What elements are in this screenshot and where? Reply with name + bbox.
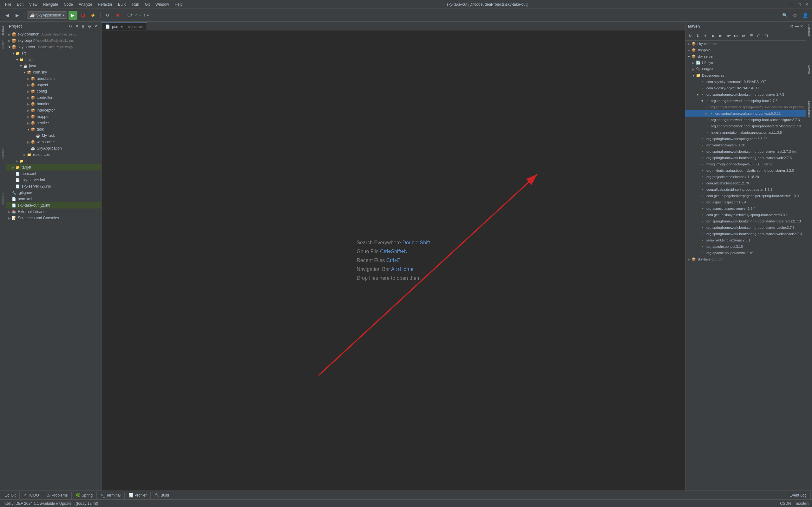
sidebar-item-database[interactable]: Database — [806, 24, 812, 37]
git-up-icon[interactable]: ↑ — [143, 13, 145, 17]
maximize-button[interactable]: □ — [797, 2, 802, 7]
maven-dep-mysql[interactable]: ▪ mysql:mysql-connector-java:8.0.30 runt… — [686, 161, 806, 167]
project-hide-button[interactable]: ✕ — [93, 23, 99, 29]
user-button[interactable]: 👤 — [801, 11, 809, 20]
tree-item-aspect[interactable]: ▶ 📦 aspect — [6, 82, 101, 88]
bottom-tab-spring[interactable]: 🌿 Spring — [72, 492, 97, 499]
maven-dep-test[interactable]: ▪ org.springframework.boot:spring-boot-s… — [686, 148, 806, 155]
maven-dep-spring-context[interactable]: ▶ ▪ org.springframework:spring-context:5… — [686, 110, 806, 117]
update-button[interactable]: ↻ — [103, 11, 112, 20]
event-log-tab[interactable]: Event Log — [786, 492, 811, 499]
maven-dep-druid[interactable]: ▪ com.alibaba:druid-spring-boot-starter:… — [686, 186, 806, 193]
menu-run[interactable]: Run — [130, 2, 142, 7]
tree-item-mytask[interactable]: ☕ MyTask — [6, 132, 101, 139]
tree-item-ext-libraries[interactable]: ▶ 📚 External Libraries — [6, 209, 101, 215]
tree-item-sky-pojo[interactable]: ▶ 📦 sky-pojo D:\code\IdeaProjects\sky-po… — [6, 38, 101, 44]
git-undo-icon[interactable]: ↩ — [147, 13, 150, 17]
project-sort-button[interactable]: ⇅ — [80, 23, 86, 29]
menu-window[interactable]: Window — [153, 2, 171, 7]
maven-m2-button[interactable]: m+ — [725, 32, 732, 39]
maven-dep-knife4j[interactable]: ▪ com.github.xiaoymin:knife4j-spring-boo… — [686, 212, 806, 218]
maven-item-sky-take-out[interactable]: ▶ 📦 sky-take-out root — [686, 256, 806, 262]
tree-item-config[interactable]: ▶ 📦 config — [6, 88, 101, 95]
profile-button[interactable]: ⚡ — [89, 11, 98, 20]
maven-item-sky-pojo[interactable]: ▶ 📦 sky-pojo — [686, 47, 806, 53]
maven-dep-spring-core[interactable]: ▪ org.springframework:spring-core:5.3.22 — [686, 135, 806, 142]
search-everywhere-button[interactable]: 🔍 — [780, 11, 789, 20]
maven-collapse-button[interactable]: — — [795, 24, 799, 29]
tree-item-service[interactable]: ▶ 📦 service — [6, 120, 101, 126]
maven-dep-spring-boot-starter[interactable]: ▼ ▪ org.springframework.boot:spring-boot… — [686, 91, 806, 98]
tree-item-handler[interactable]: ▶ 📦 handler — [6, 101, 101, 107]
menu-build[interactable]: Build — [115, 2, 129, 7]
menu-git[interactable]: Git — [142, 2, 152, 7]
bottom-tab-terminal[interactable]: >_ Terminal — [97, 492, 125, 499]
tree-item-sky-common[interactable]: ▶ 📦 sky-common D:\code\IdeaProjects\sk..… — [6, 31, 101, 38]
sidebar-item-codeglance[interactable]: CodeGlance — [806, 103, 812, 115]
tree-item-java[interactable]: ▼ ☕ java — [6, 63, 101, 69]
sidebar-item-favorites[interactable]: Favorites — [0, 193, 6, 205]
maven-hide-button[interactable]: ✕ — [800, 24, 803, 29]
tree-item-src[interactable]: ▼ 📁 src — [6, 50, 101, 56]
menu-refactor[interactable]: Refactor — [96, 2, 115, 7]
maven-diagram-button[interactable]: ⬡ — [755, 32, 762, 39]
maven-item-dependencies[interactable]: ▼ 📁 Dependencies — [686, 72, 806, 78]
run-config-selector[interactable]: ☕ SkyApplication ▾ — [27, 11, 67, 19]
maven-dep-aspectjweaver[interactable]: ▪ org.aspectj:aspectjweaver:1.9.4 — [686, 205, 806, 212]
maven-dep-fastjson[interactable]: ▪ com.alibaba:fastjson:1.2.76 — [686, 180, 806, 186]
sidebar-item-structure[interactable]: Structure — [0, 147, 6, 160]
project-sync-button[interactable]: ↻ — [67, 23, 73, 29]
menu-edit[interactable]: Edit — [14, 2, 26, 7]
menu-help[interactable]: Help — [172, 2, 185, 7]
bottom-tab-git[interactable]: ⎇ Git — [1, 492, 20, 499]
maven-dep-cache[interactable]: ▪ org.springframework.boot:spring-boot-s… — [686, 224, 806, 231]
maven-list-button[interactable]: ☰ — [748, 32, 755, 39]
bottom-tab-problems[interactable]: ⚠ Problems — [43, 492, 72, 499]
maven-dep-aspectjrt[interactable]: ▪ org.aspectj:aspectjrt:1.9.4 — [686, 199, 806, 205]
maven-toggle-button[interactable]: ⇌ — [740, 32, 747, 39]
menu-analyze[interactable]: Analyze — [76, 2, 95, 7]
maven-item-sky-server[interactable]: ▼ 📦 sky-server — [686, 53, 806, 60]
maven-dep-sky-common[interactable]: ▪ com.sky:sky-common:1.0-SNAPSHOT — [686, 78, 806, 85]
tree-item-iml-root[interactable]: 📄 sky-take-out (2).iml — [6, 202, 101, 209]
maven-dep-pagehelper[interactable]: ▪ com.github.pagehelper:pagehelper-sprin… — [686, 193, 806, 199]
maven-add-button[interactable]: + — [702, 32, 709, 39]
bottom-tab-todo[interactable]: ✓ TODO — [20, 492, 43, 499]
tree-item-test[interactable]: ▶ 📁 test — [6, 158, 101, 164]
maven-dep-logging[interactable]: ▪ org.springframework.boot:spring-boot-s… — [686, 123, 806, 129]
tree-item-mapper[interactable]: ▶ 📦 mapper — [6, 113, 101, 120]
menu-code[interactable]: Code — [61, 2, 75, 7]
maven-item-sky-common[interactable]: ▶ 📦 sky-common — [686, 41, 806, 47]
tree-item-target[interactable]: ▶ 📂 target — [6, 164, 101, 170]
close-button[interactable]: ✕ — [804, 2, 809, 7]
tree-item-iml-server2[interactable]: 📄 sky-server (2).iml — [6, 183, 101, 189]
tree-item-skyapplication[interactable]: ☕ SkyApplication — [6, 145, 101, 152]
maven-dep-poi-ooxml[interactable]: ▪ org.apache.poi:poi-ooxml:3.16 — [686, 250, 806, 256]
tree-item-controller[interactable]: ▶ 📦 controller — [6, 95, 101, 101]
sidebar-item-project[interactable]: Project — [0, 24, 6, 37]
maven-item-plugins[interactable]: ▶ 🔌 Plugins — [686, 66, 806, 72]
project-settings-button[interactable]: ⚙ — [87, 23, 92, 29]
settings-button[interactable]: ⚙ — [791, 11, 799, 20]
forward-button[interactable]: ▶ — [13, 11, 21, 20]
maven-m-button[interactable]: m — [717, 32, 724, 39]
maven-dep-websocket[interactable]: ▪ org.springframework.boot:spring-boot-s… — [686, 231, 806, 237]
maven-item-lifecycle[interactable]: ▶ 🔄 Lifecycle — [686, 60, 806, 66]
maven-refresh-button[interactable]: ↻ — [687, 32, 694, 39]
maven-run-button[interactable]: ▶ — [710, 32, 716, 39]
maven-dep-jakarta[interactable]: ▪ jakarta.annotation:jakarta.annotation-… — [686, 129, 806, 135]
tree-item-sky-server[interactable]: ▼ 📦 sky-server D:\code\IdeaProjects\sky-… — [6, 44, 101, 50]
editor-tab-pom[interactable]: 📄 pom.xml sky-server — [101, 22, 147, 30]
maven-dep-spring-core-omit[interactable]: ▪ org.springframework:spring-core:5.3.22… — [686, 104, 806, 110]
menu-navigate[interactable]: Navigate — [41, 2, 61, 7]
tree-item-annotation[interactable]: ▶ 📦 annotation — [6, 75, 101, 82]
tree-item-interceptor[interactable]: ▶ 📦 interceptor — [6, 107, 101, 113]
tree-item-resources[interactable]: ▶ 📁 resources — [6, 152, 101, 158]
tree-item-main[interactable]: ▼ 📁 main — [6, 56, 101, 63]
tree-item-comsky[interactable]: ▼ 📦 com.sky — [6, 69, 101, 75]
maven-dep-sky-pojo[interactable]: ▪ com.sky:sky-pojo:1.0-SNAPSHOT — [686, 85, 806, 91]
tree-item-gitignore[interactable]: 🔧 .gitignore — [6, 189, 101, 196]
maven-download-button[interactable]: ⬇ — [694, 32, 701, 39]
status-csdn[interactable]: CSDN — [780, 501, 791, 506]
minimize-button[interactable]: — — [789, 2, 794, 7]
